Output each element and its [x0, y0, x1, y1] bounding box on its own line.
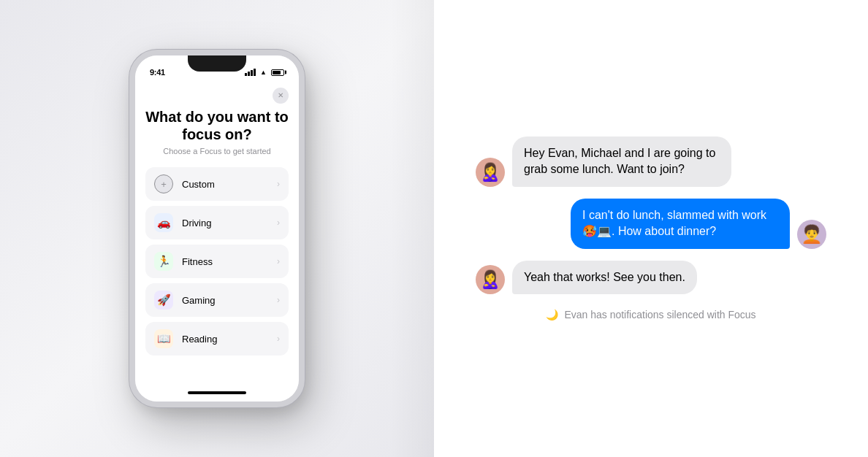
battery-icon: [271, 69, 284, 76]
fitness-icon: 🏃: [154, 252, 173, 271]
fitness-label: Fitness: [182, 256, 277, 267]
notch: [188, 55, 246, 72]
bubble-received-1: Hey Evan, Michael and I are going to gra…: [512, 137, 731, 187]
chevron-icon: ›: [277, 256, 280, 266]
custom-icon: +: [154, 174, 173, 193]
focus-subtitle: Choose a Focus to get started: [145, 147, 289, 155]
close-button[interactable]: ✕: [273, 88, 289, 104]
message-row-3: 🙎‍♀️ Yeah that works! See you then.: [476, 261, 826, 294]
custom-label: Custom: [182, 179, 277, 190]
signal-icon: [245, 69, 256, 76]
avatar-sent: 🧑‍🦱: [797, 220, 826, 249]
gaming-label: Gaming: [182, 295, 277, 306]
bubble-received-2: Yeah that works! See you then.: [512, 261, 697, 294]
focus-item-gaming[interactable]: 🚀 Gaming ›: [145, 283, 289, 317]
right-panel: 🙎‍♀️ Hey Evan, Michael and I are going t…: [434, 0, 868, 457]
focus-item-driving[interactable]: 🚗 Driving ›: [145, 206, 289, 239]
focus-item-reading[interactable]: 📖 Reading ›: [145, 322, 289, 356]
gaming-icon: 🚀: [154, 291, 173, 310]
focus-notice: 🌙 Evan has notifications silenced with F…: [476, 309, 826, 320]
avatar-emoji-sent: 🧑‍🦱: [801, 224, 823, 245]
focus-list: + Custom › 🚗 Driving › 🏃 Fitness ›: [145, 167, 289, 356]
chevron-icon: ›: [277, 218, 280, 228]
bubble-sent-1: I can't do lunch, slammed with work 🥵💻. …: [571, 199, 790, 249]
message-row-2: 🧑‍🦱 I can't do lunch, slammed with work …: [476, 199, 826, 249]
driving-icon: 🚗: [154, 213, 173, 232]
left-panel: 9:41 ▲ ✕: [0, 0, 434, 457]
chevron-icon: ›: [277, 334, 280, 344]
phone-content: ✕ What do you want to focus on? Choose a…: [135, 82, 299, 385]
reading-icon: 📖: [154, 329, 173, 348]
moon-icon: 🌙: [546, 309, 558, 320]
chevron-icon: ›: [277, 295, 280, 305]
focus-notice-text: Evan has notifications silenced with Foc…: [564, 309, 755, 320]
close-icon: ✕: [278, 92, 283, 99]
focus-item-fitness[interactable]: 🏃 Fitness ›: [145, 245, 289, 278]
avatar-emoji-2: 🙎‍♀️: [479, 269, 501, 290]
wifi-icon: ▲: [260, 69, 267, 76]
avatar-emoji: 🙎‍♀️: [479, 162, 501, 183]
home-indicator: [188, 391, 246, 394]
driving-label: Driving: [182, 218, 277, 228]
focus-title: What do you want to focus on?: [145, 108, 289, 143]
avatar-received-1: 🙎‍♀️: [476, 158, 505, 187]
iphone-mockup: 9:41 ▲ ✕: [129, 50, 305, 407]
focus-item-custom[interactable]: + Custom ›: [145, 167, 289, 201]
messages-container: 🙎‍♀️ Hey Evan, Michael and I are going t…: [476, 122, 826, 335]
reading-label: Reading: [182, 334, 277, 345]
chevron-icon: ›: [277, 179, 280, 189]
status-icons: ▲: [245, 69, 284, 76]
avatar-received-2: 🙎‍♀️: [476, 265, 505, 294]
status-time: 9:41: [150, 68, 165, 77]
message-row-1: 🙎‍♀️ Hey Evan, Michael and I are going t…: [476, 137, 826, 187]
